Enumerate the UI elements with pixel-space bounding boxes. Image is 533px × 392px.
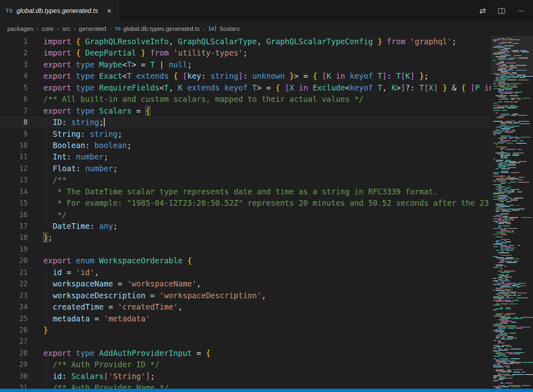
code-line[interactable]: 20export enum WorkspaceOrderable {: [0, 255, 491, 266]
line-number[interactable]: 6: [0, 93, 28, 105]
split-editor-icon[interactable]: [498, 8, 505, 14]
line-number[interactable]: 8: [0, 116, 28, 128]
line-number[interactable]: 26: [0, 324, 28, 336]
line-number[interactable]: 24: [0, 301, 28, 312]
breadcrumb-item-src[interactable]: src: [62, 25, 70, 32]
breadcrumb-item-core[interactable]: core: [42, 25, 54, 32]
typescript-file-icon: TS: [115, 26, 121, 31]
tab-bar: TS global.db.types.generated.ts ✕ ⇄ ⋯: [0, 0, 533, 22]
status-bar[interactable]: [0, 389, 533, 392]
chevron-right-icon: ›: [57, 25, 59, 32]
tab-title: global.db.types.generated.ts: [17, 7, 98, 15]
breadcrumb-item-packages[interactable]: packages: [7, 25, 33, 32]
breadcrumb-symbol-label: Scalars: [219, 25, 240, 32]
code-line[interactable]: 18};: [0, 232, 491, 243]
code-line[interactable]: 4export type Exact<T extends { [key: str…: [0, 70, 491, 82]
chevron-right-icon: ›: [110, 25, 112, 32]
chevron-right-icon: ›: [203, 25, 205, 32]
code-line[interactable]: 21 id = 'id',: [0, 267, 491, 278]
editor-tab[interactable]: TS global.db.types.generated.ts ✕: [0, 0, 119, 22]
indent-guide: [45, 359, 46, 389]
code-line[interactable]: 23 workspaceDescription = 'workspaceDesc…: [0, 290, 491, 301]
line-number[interactable]: 21: [0, 267, 28, 278]
split-editor-glyph: [498, 8, 505, 14]
code-line[interactable]: 11 Int: number;: [0, 151, 491, 162]
code-line[interactable]: 30 id: Scalars['String'];: [0, 370, 491, 382]
breadcrumb-item-file[interactable]: TS global.db.types.generated.ts: [115, 25, 200, 32]
code-line[interactable]: 22 workspaceName = 'workspaceName',: [0, 278, 491, 289]
code-line[interactable]: 19: [0, 243, 491, 255]
code-line[interactable]: 28export type AddAuthProviderInput = {: [0, 347, 491, 359]
code-line[interactable]: 10 Boolean: boolean;: [0, 140, 491, 151]
code-line[interactable]: 25 metadata = 'metadata': [0, 313, 491, 324]
code-line[interactable]: 31 /** Auth Provider Name */: [0, 382, 491, 389]
open-changes-icon[interactable]: ⇄: [479, 6, 486, 15]
breadcrumb-item-symbol[interactable]: [∅] Scalars: [208, 25, 240, 32]
indent-guide: [45, 267, 46, 324]
line-number[interactable]: 2: [0, 47, 28, 58]
code-line[interactable]: 27: [0, 336, 491, 347]
line-number[interactable]: 19: [0, 243, 28, 255]
code-line[interactable]: 15 * For example: "1985-04-12T23:20:50.5…: [0, 197, 491, 209]
line-number[interactable]: 28: [0, 347, 28, 359]
code-line[interactable]: 26}: [0, 324, 491, 336]
code-line[interactable]: 12 Float: number;: [0, 163, 491, 174]
line-number[interactable]: 16: [0, 209, 28, 220]
symbol-type-icon: [∅]: [208, 26, 217, 32]
line-number[interactable]: 20: [0, 255, 28, 266]
line-number[interactable]: 10: [0, 140, 28, 151]
line-number[interactable]: 27: [0, 336, 28, 347]
code-line[interactable]: 24 createdTime = 'createdTime',: [0, 301, 491, 312]
code-line[interactable]: 16 */: [0, 209, 491, 220]
code-line[interactable]: 3export type Maybe<T> = T | null;: [0, 59, 491, 70]
line-number[interactable]: 17: [0, 220, 28, 232]
editor-actions: ⇄ ⋯: [479, 0, 533, 22]
code-line[interactable]: 14 * The DateTime scalar type represents…: [0, 186, 491, 197]
breadcrumb-item-generated[interactable]: generated: [79, 25, 106, 32]
line-number[interactable]: 13: [0, 174, 28, 185]
line-number[interactable]: 11: [0, 151, 28, 162]
code-line[interactable]: 9 String: string;: [0, 128, 491, 140]
close-tab-icon[interactable]: ✕: [105, 6, 114, 15]
line-number[interactable]: 31: [0, 382, 28, 389]
code-line[interactable]: 5export type RequireFields<T, K extends …: [0, 82, 491, 93]
code-line[interactable]: 17 DateTime: any;: [0, 220, 491, 232]
line-number[interactable]: 3: [0, 59, 28, 70]
line-number[interactable]: 12: [0, 163, 28, 174]
line-number[interactable]: 14: [0, 186, 28, 197]
chevron-right-icon: ›: [73, 25, 75, 32]
line-number[interactable]: 25: [0, 313, 28, 324]
line-number[interactable]: 30: [0, 370, 28, 382]
code-line[interactable]: 1import { GraphQLResolveInfo, GraphQLSca…: [0, 36, 491, 47]
code-line[interactable]: 2import { DeepPartial } from 'utility-ty…: [0, 47, 491, 58]
line-number[interactable]: 9: [0, 128, 28, 140]
line-number[interactable]: 23: [0, 290, 28, 301]
line-number[interactable]: 29: [0, 359, 28, 370]
indent-guide: [45, 116, 46, 232]
text-cursor: [104, 118, 105, 127]
line-number[interactable]: 4: [0, 70, 28, 82]
editor: 1import { GraphQLResolveInfo, GraphQLSca…: [0, 36, 533, 389]
line-number[interactable]: 1: [0, 36, 28, 47]
code-area[interactable]: 1import { GraphQLResolveInfo, GraphQLSca…: [0, 36, 491, 389]
typescript-file-icon: TS: [6, 8, 13, 14]
line-number[interactable]: 15: [0, 197, 28, 209]
line-number[interactable]: 5: [0, 82, 28, 93]
code-line[interactable]: 13 /**: [0, 174, 491, 185]
chevron-right-icon: ›: [37, 25, 39, 32]
breadcrumb-file-label: global.db.types.generated.ts: [123, 25, 200, 32]
line-number[interactable]: 7: [0, 105, 28, 116]
minimap[interactable]: [491, 36, 533, 389]
more-actions-icon[interactable]: ⋯: [517, 6, 525, 15]
line-number[interactable]: 18: [0, 232, 28, 243]
code-line[interactable]: 29 /** Auth Provider ID */: [0, 359, 491, 370]
code-line[interactable]: 8 ID: string;: [0, 116, 491, 128]
breadcrumb: packages › core › src › generated › TS g…: [0, 22, 533, 35]
code-line[interactable]: 7export type Scalars = {: [0, 105, 491, 116]
code-line[interactable]: 6/** All built-in and custom scalars, ma…: [0, 93, 491, 105]
line-number[interactable]: 22: [0, 278, 28, 289]
